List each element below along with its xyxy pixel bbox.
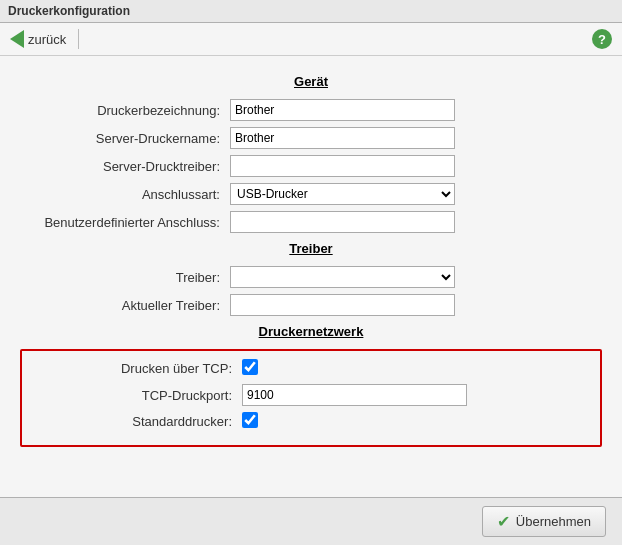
label-anschlussart: Anschlussart:	[20, 187, 230, 202]
window-title: Druckerkonfiguration	[8, 4, 130, 18]
submit-button[interactable]: ✔ Übernehmen	[482, 506, 606, 537]
row-treiber: Treiber:	[20, 266, 602, 288]
label-aktueller-treiber: Aktueller Treiber:	[20, 298, 230, 313]
network-section: Drucken über TCP: TCP-Druckport: Standar…	[20, 349, 602, 447]
control-aktueller-treiber	[230, 294, 455, 316]
input-server-drucktreiber[interactable]	[230, 155, 455, 177]
row-druckerbezeichnung: Druckerbezeichnung:	[20, 99, 602, 121]
title-bar: Druckerkonfiguration	[0, 0, 622, 23]
input-server-druckername[interactable]	[230, 127, 455, 149]
row-standarddrucker: Standarddrucker:	[32, 412, 590, 431]
row-aktueller-treiber: Aktueller Treiber:	[20, 294, 602, 316]
back-button[interactable]: zurück	[10, 30, 66, 48]
input-benutzer-anschluss[interactable]	[230, 211, 455, 233]
row-server-druckername: Server-Druckername:	[20, 127, 602, 149]
row-benutzer-anschluss: Benutzerdefinierter Anschluss:	[20, 211, 602, 233]
control-benutzer-anschluss	[230, 211, 455, 233]
input-tcp-druckport[interactable]	[242, 384, 467, 406]
select-anschlussart[interactable]: USB-Drucker	[230, 183, 455, 205]
label-server-drucktreiber: Server-Drucktreiber:	[20, 159, 230, 174]
toolbar: zurück ?	[0, 23, 622, 56]
section-title-driver: Treiber	[20, 241, 602, 256]
control-standarddrucker	[242, 412, 467, 431]
input-druckerbezeichnung[interactable]	[230, 99, 455, 121]
control-server-druckername	[230, 127, 455, 149]
select-treiber[interactable]	[230, 266, 455, 288]
form-content: Gerät Druckerbezeichnung: Server-Drucker…	[0, 56, 622, 497]
label-drucken-tcp: Drucken über TCP:	[32, 361, 242, 376]
checkbox-drucken-tcp[interactable]	[242, 359, 258, 375]
row-anschlussart: Anschlussart: USB-Drucker	[20, 183, 602, 205]
section-title-device: Gerät	[20, 74, 602, 89]
toolbar-divider	[78, 29, 79, 49]
checkbox-standarddrucker[interactable]	[242, 412, 258, 428]
control-server-drucktreiber	[230, 155, 455, 177]
main-window: Druckerkonfiguration zurück ? Gerät Druc…	[0, 0, 622, 545]
control-tcp-druckport	[242, 384, 467, 406]
label-tcp-druckport: TCP-Druckport:	[32, 388, 242, 403]
label-standarddrucker: Standarddrucker:	[32, 414, 242, 429]
input-aktueller-treiber[interactable]	[230, 294, 455, 316]
label-treiber: Treiber:	[20, 270, 230, 285]
control-anschlussart: USB-Drucker	[230, 183, 455, 205]
control-treiber	[230, 266, 455, 288]
row-tcp-druckport: TCP-Druckport:	[32, 384, 590, 406]
section-title-network: Druckernetzwerk	[20, 324, 602, 339]
check-icon: ✔	[497, 512, 510, 531]
label-druckerbezeichnung: Druckerbezeichnung:	[20, 103, 230, 118]
row-drucken-tcp: Drucken über TCP:	[32, 359, 590, 378]
help-button[interactable]: ?	[592, 29, 612, 49]
submit-label: Übernehmen	[516, 514, 591, 529]
row-server-drucktreiber: Server-Drucktreiber:	[20, 155, 602, 177]
back-label: zurück	[28, 32, 66, 47]
control-druckerbezeichnung	[230, 99, 455, 121]
footer: ✔ Übernehmen	[0, 497, 622, 545]
control-drucken-tcp	[242, 359, 467, 378]
label-benutzer-anschluss: Benutzerdefinierter Anschluss:	[20, 215, 230, 230]
label-server-druckername: Server-Druckername:	[20, 131, 230, 146]
